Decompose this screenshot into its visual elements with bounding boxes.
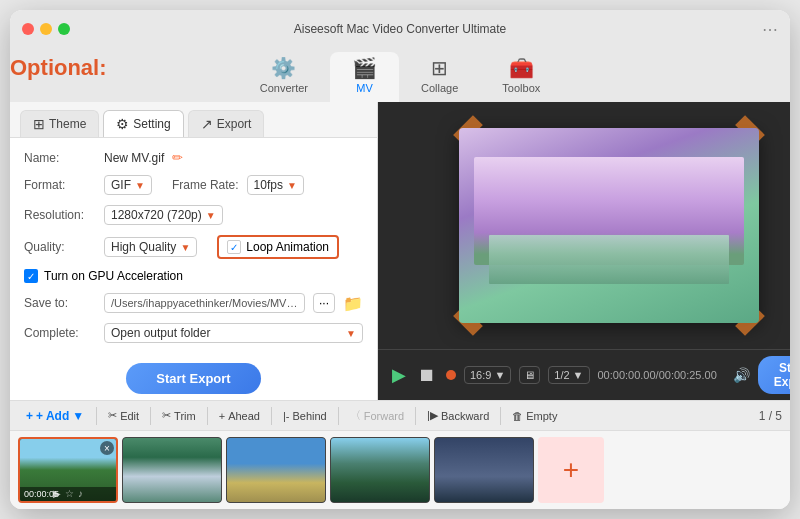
- export-tab-icon: ↗: [201, 116, 213, 132]
- clip-2[interactable]: [122, 437, 222, 503]
- loop-checkbox-icon: ✓: [227, 240, 241, 254]
- resolution-label: Resolution:: [24, 208, 96, 222]
- nav-item-collage[interactable]: ⊞ Collage: [399, 52, 480, 102]
- preview-frame: [459, 128, 759, 323]
- trim-icon: ✂: [162, 409, 171, 422]
- loop-animation-toggle[interactable]: ✓ Loop Animation: [217, 235, 339, 259]
- clip-3-thumbnail: [227, 438, 325, 502]
- edit-button[interactable]: ✂ Edit: [101, 406, 146, 425]
- close-button[interactable]: [22, 23, 34, 35]
- tab-row: ⊞ Theme ⚙ Setting ↗ Export: [10, 102, 377, 138]
- name-label: Name:: [24, 151, 96, 165]
- clip-5-thumbnail: [435, 438, 533, 502]
- nav-item-mv[interactable]: 🎬 MV: [330, 52, 399, 102]
- forward-label: Forward: [364, 410, 404, 422]
- titlebar: Aiseesoft Mac Video Converter Ultimate ⋯: [10, 10, 790, 48]
- clip-4[interactable]: [330, 437, 430, 503]
- add-clip-button[interactable]: +: [538, 437, 604, 503]
- window-title: Aiseesoft Mac Video Converter Ultimate: [294, 22, 507, 36]
- preview-image: [459, 128, 759, 323]
- ahead-button[interactable]: + Ahead: [212, 407, 267, 425]
- browse-dots-button[interactable]: ···: [313, 293, 335, 313]
- nav-label-mv: MV: [356, 82, 373, 94]
- settings-panel: Name: New MV.gif ✏ Format: GIF ▼ Frame R…: [10, 138, 377, 400]
- screen-icon[interactable]: 🖥: [519, 366, 540, 384]
- clip-1-star-icon: ☆: [65, 488, 74, 499]
- backward-icon: |▶: [427, 409, 438, 422]
- frame-rate-chevron-icon: ▼: [287, 180, 297, 191]
- backward-label: Backward: [441, 410, 489, 422]
- tab-export[interactable]: ↗ Export: [188, 110, 265, 137]
- edit-label: Edit: [120, 410, 139, 422]
- behind-button[interactable]: |- Behind: [276, 407, 334, 425]
- format-select[interactable]: GIF ▼: [104, 175, 152, 195]
- gpu-label: Turn on GPU Acceleration: [44, 269, 183, 283]
- add-label: + Add: [36, 409, 69, 423]
- add-icon: +: [26, 409, 33, 423]
- minimize-button[interactable]: [40, 23, 52, 35]
- collage-icon: ⊞: [431, 56, 448, 80]
- clip-3[interactable]: [226, 437, 326, 503]
- timeline-area: + + Add ▼ ✂ Edit ✂ Trim + Ahead |- B: [10, 400, 790, 509]
- stop-button[interactable]: ⏹: [416, 363, 438, 388]
- edit-icon: ✂: [108, 409, 117, 422]
- ahead-label: Ahead: [228, 410, 260, 422]
- start-export-button-right[interactable]: Start Export: [758, 356, 790, 394]
- nav-item-toolbox[interactable]: 🧰 Toolbox: [480, 52, 562, 102]
- clip-1-close[interactable]: ×: [100, 441, 114, 455]
- complete-chevron-icon: ▼: [346, 328, 356, 339]
- folder-icon[interactable]: 📁: [343, 294, 363, 313]
- save-label: Save to:: [24, 296, 96, 310]
- content-area: ⊞ Theme ⚙ Setting ↗ Export Name: New MV.…: [10, 102, 790, 400]
- backward-button[interactable]: |▶ Backward: [420, 406, 496, 425]
- volume-icon[interactable]: 🔊: [733, 367, 750, 383]
- name-edit-icon[interactable]: ✏: [172, 150, 183, 165]
- clip-5[interactable]: [434, 437, 534, 503]
- nav-item-converter[interactable]: ⚙️ Converter: [238, 52, 330, 102]
- quality-select[interactable]: High Quality ▼: [104, 237, 197, 257]
- zoom-chevron: ▼: [573, 369, 584, 381]
- save-row: Save to: /Users/ihappyacethinker/Movies/…: [24, 293, 363, 313]
- tab-theme[interactable]: ⊞ Theme: [20, 110, 99, 137]
- sep-4: [271, 407, 272, 425]
- toolbox-icon: 🧰: [509, 56, 534, 80]
- play-button[interactable]: ▶: [390, 362, 408, 388]
- tab-setting[interactable]: ⚙ Setting: [103, 110, 183, 137]
- forward-button[interactable]: 〈 Forward: [343, 405, 411, 426]
- frame-rate-value: 10fps: [254, 178, 283, 192]
- behind-label: Behind: [292, 410, 326, 422]
- format-framerate-row: Format: GIF ▼ Frame Rate: 10fps ▼: [24, 175, 363, 195]
- frame-rate-select[interactable]: 10fps ▼: [247, 175, 304, 195]
- frame-rate-label: Frame Rate:: [172, 178, 239, 192]
- empty-button[interactable]: 🗑 Empty: [505, 407, 564, 425]
- zoom-select[interactable]: 1/2 ▼: [548, 366, 589, 384]
- aspect-ratio-select[interactable]: 16:9 ▼: [464, 366, 511, 384]
- sep-2: [150, 407, 151, 425]
- trim-button[interactable]: ✂ Trim: [155, 406, 203, 425]
- record-indicator: [446, 370, 456, 380]
- forward-icon: 〈: [350, 408, 361, 423]
- gpu-checkbox[interactable]: ✓: [24, 269, 38, 283]
- name-row: Name: New MV.gif ✏: [24, 150, 363, 165]
- setting-tab-icon: ⚙: [116, 116, 129, 132]
- zoom-value: 1/2: [554, 369, 569, 381]
- maximize-button[interactable]: [58, 23, 70, 35]
- nav-label-toolbox: Toolbox: [502, 82, 540, 94]
- window-action-icon[interactable]: ⋯: [762, 20, 778, 39]
- aspect-ratio-chevron: ▼: [494, 369, 505, 381]
- behind-icon: |-: [283, 410, 290, 422]
- empty-label: Empty: [526, 410, 557, 422]
- start-export-button-left[interactable]: Start Export: [126, 363, 260, 394]
- resolution-select[interactable]: 1280x720 (720p) ▼: [104, 205, 223, 225]
- tab-theme-label: Theme: [49, 117, 86, 131]
- quality-label: Quality:: [24, 240, 96, 254]
- nav-bar: ⚙️ Converter 🎬 MV ⊞ Collage 🧰 Toolbox: [10, 48, 790, 102]
- clip-1-controls: ▶ ☆ ♪: [20, 488, 116, 499]
- add-button[interactable]: + + Add ▼: [18, 406, 92, 426]
- tab-setting-label: Setting: [133, 117, 170, 131]
- traffic-lights: [22, 23, 70, 35]
- clip-1[interactable]: × 00:00:05 ▶ ☆ ♪: [18, 437, 118, 503]
- loop-label: Loop Animation: [246, 240, 329, 254]
- complete-select[interactable]: Open output folder ▼: [104, 323, 363, 343]
- resolution-value: 1280x720 (720p): [111, 208, 202, 222]
